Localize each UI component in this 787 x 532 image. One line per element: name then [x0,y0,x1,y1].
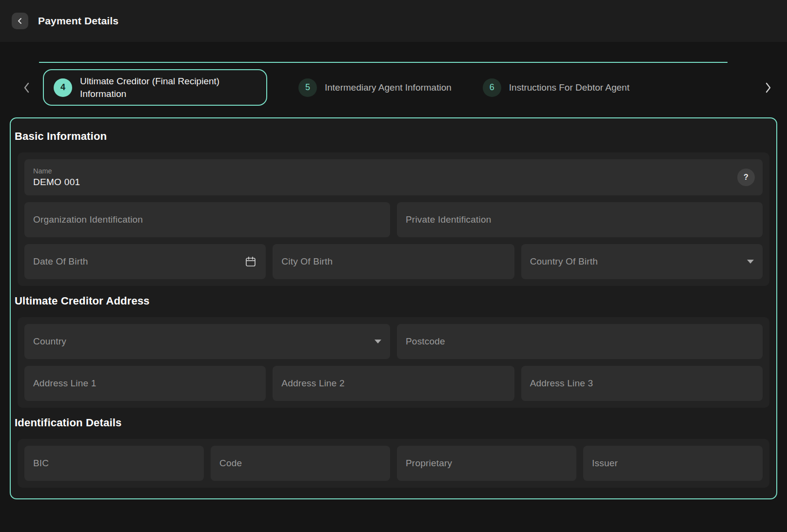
bic-input[interactable]: BIC [24,446,204,481]
back-button[interactable] [12,13,28,29]
address-line-3-input[interactable]: Address Line 3 [521,366,763,401]
stepper-prev-button[interactable] [20,78,34,97]
country-of-birth-select[interactable]: Country Of Birth [521,244,763,279]
step-number-badge: 6 [483,78,501,97]
private-identification-input[interactable]: Private Identification [397,202,763,237]
step-label: Instructions For Debtor Agent [509,81,630,94]
code-input[interactable]: Code [211,446,390,481]
issuer-input[interactable]: Issuer [583,446,763,481]
basic-information-heading: Basic Information [15,130,769,143]
date-of-birth-input[interactable]: Date Of Birth [24,244,266,279]
chevron-left-icon [17,18,23,24]
name-label: Name [33,167,52,175]
stepper: 4 Ultimate Creditor (Final Recipient) In… [0,42,787,117]
stepper-step-5[interactable]: 5 Intermediary Agent Information [298,78,452,97]
chevron-left-icon [22,81,31,94]
name-input[interactable]: Name DEMO 001 ? [24,159,763,195]
step-label: Intermediary Agent Information [325,81,452,94]
identification-group: BIC Code Proprietary Issuer [18,439,769,488]
help-button[interactable]: ? [737,169,755,186]
organization-identification-input[interactable]: Organization Identification [24,202,390,237]
postcode-input[interactable]: Postcode [397,324,763,359]
address-line-2-input[interactable]: Address Line 2 [273,366,514,401]
proprietary-input[interactable]: Proprietary [397,446,576,481]
identification-details-heading: Identification Details [15,417,769,429]
step-label: Ultimate Creditor (Final Recipient) Info… [80,75,256,100]
address-line-1-input[interactable]: Address Line 1 [24,366,266,401]
ultimate-creditor-form-panel: Basic Information Name DEMO 001 ? Organi… [10,117,777,499]
page-title: Payment Details [38,15,118,27]
basic-information-group: Name DEMO 001 ? Organization Identificat… [18,152,769,286]
country-select[interactable]: Country [24,324,390,359]
stepper-step-4[interactable]: 4 Ultimate Creditor (Final Recipient) In… [43,69,267,106]
chevron-right-icon [764,81,772,94]
step-number-badge: 5 [298,78,317,97]
calendar-icon[interactable] [244,255,257,268]
stepper-progress-line [39,62,728,63]
stepper-next-button[interactable] [761,78,775,97]
caret-down-icon[interactable] [374,340,381,343]
address-group: Country Postcode Address Line 1 Address … [18,317,769,408]
step-number-badge: 4 [54,78,72,97]
city-of-birth-input[interactable]: City Of Birth [273,244,514,279]
question-mark-icon: ? [744,173,748,182]
caret-down-icon[interactable] [747,260,754,264]
stepper-step-6[interactable]: 6 Instructions For Debtor Agent [483,78,630,97]
name-value: DEMO 001 [33,177,80,188]
ultimate-creditor-address-heading: Ultimate Creditor Address [15,295,769,307]
app-header: Payment Details [0,0,787,42]
